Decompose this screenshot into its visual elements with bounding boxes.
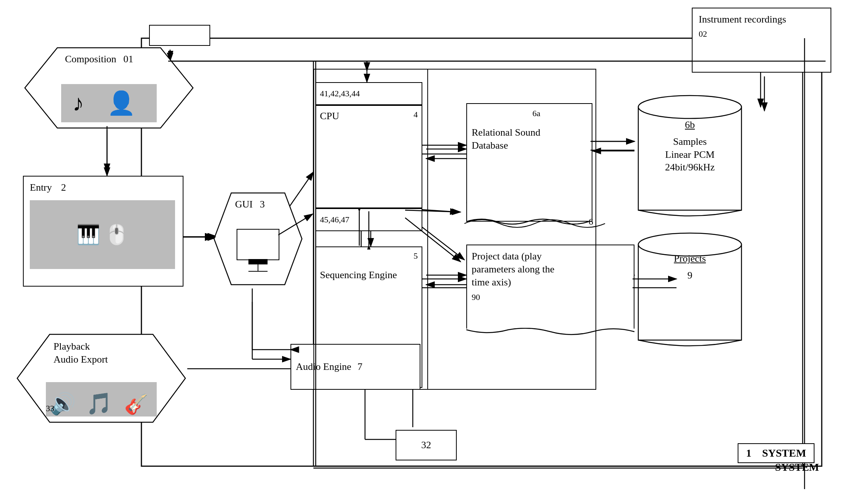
bus-41-44-box: 41,42,43,44 bbox=[315, 82, 422, 105]
svg-text:👤: 👤 bbox=[107, 89, 136, 117]
relational-db-number: 6a bbox=[532, 109, 540, 118]
project-data-label: Project data (play parameters along the … bbox=[472, 250, 629, 288]
sequencing-label: Sequencing Engine bbox=[320, 269, 397, 282]
top-bus bbox=[168, 38, 826, 73]
playback-text: Playback Audio Export bbox=[54, 340, 108, 366]
svg-line-56 bbox=[278, 214, 313, 235]
instrument-recordings-label: Instrument recordings bbox=[699, 13, 786, 26]
bus-45-47-label: 45,46,47 bbox=[320, 215, 349, 225]
left-vertical-system bbox=[312, 61, 320, 466]
project-data-wavy bbox=[466, 328, 634, 339]
composition-label: Composition 01 bbox=[65, 53, 133, 66]
svg-point-48 bbox=[638, 96, 741, 118]
gui-to-audio-arrow bbox=[239, 288, 300, 365]
relational-db-label: Relational Sound Database bbox=[472, 126, 540, 152]
cpu-box: CPU 4 bbox=[315, 105, 422, 208]
instr-down-arrow bbox=[749, 73, 772, 115]
diagram-container: Instrument recordings 02 ♪ 👤 Composition… bbox=[0, 0, 842, 504]
project-data-number: 90 bbox=[472, 292, 629, 302]
relational-db-box: 6a Relational Sound Database bbox=[466, 103, 592, 222]
bus-41-44-label: 41,42,43,44 bbox=[320, 89, 360, 99]
svg-line-83 bbox=[405, 210, 461, 212]
comp-to-entry-arrow bbox=[97, 126, 120, 180]
project-data-box: Project data (play parameters along the … bbox=[466, 245, 634, 329]
entry-number: 2 bbox=[61, 181, 66, 194]
proj-to-projects-arrows bbox=[633, 273, 680, 296]
audio-engine-number: 7 bbox=[357, 360, 362, 373]
gui-label: GUI 3 bbox=[235, 198, 265, 211]
svg-rect-39 bbox=[248, 259, 268, 264]
entry-label: Entry bbox=[30, 181, 52, 194]
reldb-to-samples-arrows bbox=[591, 136, 638, 159]
entry-box: Entry 2 🎹 🖱️ bbox=[23, 176, 183, 287]
audio-engine-label: Audio Engine bbox=[296, 360, 351, 373]
right-vertical bbox=[801, 38, 808, 489]
entry-to-gui-arrow bbox=[183, 227, 221, 250]
bottom-horizontal bbox=[313, 464, 803, 472]
cpu-seq-updown-arrows bbox=[352, 207, 378, 250]
cpu-to-reldb-arrows bbox=[422, 139, 470, 162]
svg-text:🎵: 🎵 bbox=[86, 391, 112, 416]
svg-text:♪: ♪ bbox=[73, 91, 84, 116]
playback-hexagon: 🔊 🎵 🎸 Playback Audio Export 33 bbox=[15, 332, 187, 424]
audio-engine-box: Audio Engine 7 bbox=[290, 344, 420, 390]
svg-line-84 bbox=[405, 218, 461, 262]
wavy-connector bbox=[464, 214, 606, 233]
system-label-box: 1 SYSTEM bbox=[738, 443, 814, 463]
samples-cylinder: 6b Samples Linear PCM 24bit/96kHz bbox=[634, 88, 745, 222]
box32-connect bbox=[401, 389, 424, 435]
box-32-label: 32 bbox=[421, 439, 431, 452]
samples-label: 6b Samples Linear PCM 24bit/96kHz bbox=[642, 118, 738, 174]
instrument-recordings-number: 02 bbox=[699, 29, 786, 39]
cpu-number: 4 bbox=[414, 110, 418, 123]
svg-text:🎸: 🎸 bbox=[124, 393, 148, 416]
cpu-label: CPU bbox=[320, 110, 339, 123]
playback-number: 33 bbox=[46, 404, 54, 413]
audio-to-playback-arrow bbox=[187, 359, 294, 382]
